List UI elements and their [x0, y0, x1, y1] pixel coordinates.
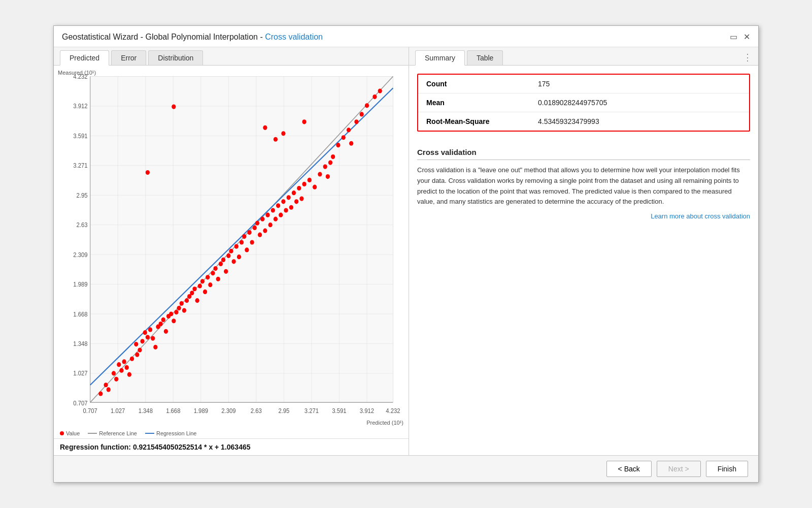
title-accent: Cross validation — [265, 33, 323, 41]
learn-more-link[interactable]: Learn more about cross validation — [417, 212, 750, 220]
legend-ref-label: Reference Line — [99, 430, 137, 436]
legend-area: Value Reference Line Regression Line — [54, 428, 409, 438]
svg-point-51 — [98, 391, 103, 396]
close-icon[interactable]: ✕ — [743, 32, 750, 42]
tab-distribution[interactable]: Distribution — [148, 50, 203, 65]
svg-point-109 — [260, 217, 264, 221]
svg-point-107 — [255, 221, 259, 226]
svg-point-86 — [200, 279, 205, 283]
svg-point-66 — [148, 327, 152, 332]
tab-table[interactable]: Table — [467, 50, 503, 65]
svg-text:2.95: 2.95 — [278, 407, 289, 415]
svg-point-89 — [208, 282, 212, 287]
svg-point-115 — [276, 203, 280, 208]
bottom-bar: < Back Next > Finish — [54, 455, 758, 482]
svg-point-59 — [130, 357, 134, 361]
svg-point-97 — [229, 249, 233, 253]
legend-ref-line: Reference Line — [88, 430, 137, 436]
legend-dot-icon — [60, 431, 64, 435]
rms-value: 4.53459323479993 — [538, 117, 599, 125]
more-options-icon[interactable]: ⋮ — [743, 52, 752, 65]
x-axis-label: Predicted (10¹) — [366, 420, 403, 426]
svg-point-83 — [192, 287, 196, 291]
info-divider — [417, 160, 750, 160]
svg-point-129 — [323, 164, 327, 169]
svg-point-121 — [292, 190, 296, 195]
svg-text:1.668: 1.668 — [73, 310, 88, 318]
svg-point-105 — [250, 240, 254, 244]
summary-row-count: Count 175 — [418, 75, 749, 93]
svg-point-100 — [237, 255, 241, 259]
svg-point-127 — [313, 185, 317, 189]
left-panel: Predicted Error Distribution Measured (1… — [54, 47, 409, 455]
svg-point-57 — [127, 372, 131, 377]
svg-point-96 — [226, 253, 230, 258]
svg-point-114 — [274, 217, 278, 221]
tab-predicted[interactable]: Predicted — [60, 50, 109, 66]
svg-text:1.989: 1.989 — [73, 281, 88, 289]
right-tabs-bar: Summary Table ⋮ — [409, 47, 758, 66]
svg-text:0.707: 0.707 — [73, 399, 88, 407]
svg-text:1.027: 1.027 — [73, 370, 88, 377]
svg-point-113 — [271, 208, 275, 212]
svg-point-123 — [297, 186, 301, 190]
summary-row-rms: Root-Mean-Square 4.53459323479993 — [418, 112, 749, 131]
info-body: Cross validation is a "leave one out" me… — [417, 165, 750, 207]
svg-text:2.309: 2.309 — [73, 251, 88, 259]
title-static: Geostatistical Wizard - Global Polynomia… — [62, 33, 265, 41]
svg-point-98 — [232, 259, 236, 264]
svg-point-134 — [342, 135, 346, 140]
legend-reg-line: Regression Line — [145, 430, 197, 436]
svg-point-137 — [354, 119, 358, 124]
svg-text:2.63: 2.63 — [251, 407, 262, 415]
svg-point-90 — [211, 271, 215, 275]
svg-text:0.707: 0.707 — [83, 407, 98, 415]
window-controls: ▭ ✕ — [730, 32, 750, 42]
minimize-icon[interactable]: ▭ — [730, 32, 737, 42]
svg-text:3.271: 3.271 — [73, 162, 88, 170]
svg-text:1.348: 1.348 — [73, 340, 88, 347]
y-axis-label: Measured (10¹) — [58, 70, 96, 76]
tab-error[interactable]: Error — [111, 50, 146, 65]
svg-point-60 — [135, 353, 139, 357]
next-button[interactable]: Next > — [657, 461, 701, 477]
svg-text:2.63: 2.63 — [77, 221, 88, 229]
svg-text:3.591: 3.591 — [332, 407, 347, 415]
svg-point-116 — [279, 213, 283, 217]
finish-button[interactable]: Finish — [706, 461, 748, 477]
svg-point-132 — [331, 154, 335, 159]
svg-point-70 — [158, 322, 162, 326]
svg-point-85 — [198, 283, 202, 288]
svg-point-143 — [146, 170, 150, 175]
summary-row-mean: Mean 0.0189028244975705 — [418, 93, 749, 112]
svg-point-135 — [347, 128, 351, 132]
svg-point-136 — [349, 141, 353, 146]
svg-point-75 — [172, 319, 176, 323]
main-window: Geostatistical Wizard - Global Polynomia… — [53, 25, 759, 483]
svg-text:2.95: 2.95 — [77, 192, 88, 199]
svg-text:2.309: 2.309 — [221, 407, 236, 415]
svg-point-93 — [219, 262, 223, 266]
svg-point-92 — [216, 277, 220, 281]
svg-point-108 — [258, 233, 262, 237]
legend-value: Value — [60, 430, 80, 436]
svg-point-94 — [221, 258, 225, 262]
svg-point-78 — [180, 301, 184, 306]
svg-text:4.232: 4.232 — [386, 407, 400, 415]
back-button[interactable]: < Back — [606, 461, 652, 477]
chart-area: Measured (10¹) — [54, 66, 409, 428]
svg-point-126 — [308, 178, 312, 182]
svg-point-52 — [114, 377, 118, 382]
svg-point-131 — [328, 160, 332, 165]
svg-point-141 — [378, 89, 382, 93]
svg-text:3.591: 3.591 — [73, 132, 88, 140]
svg-text:3.271: 3.271 — [304, 407, 319, 415]
svg-point-74 — [169, 311, 173, 316]
svg-point-55 — [119, 368, 123, 373]
svg-text:3.912: 3.912 — [360, 407, 375, 415]
svg-point-99 — [234, 244, 239, 248]
svg-point-101 — [240, 240, 244, 244]
svg-point-146 — [302, 119, 306, 124]
svg-point-120 — [289, 205, 293, 210]
tab-summary[interactable]: Summary — [415, 50, 465, 66]
